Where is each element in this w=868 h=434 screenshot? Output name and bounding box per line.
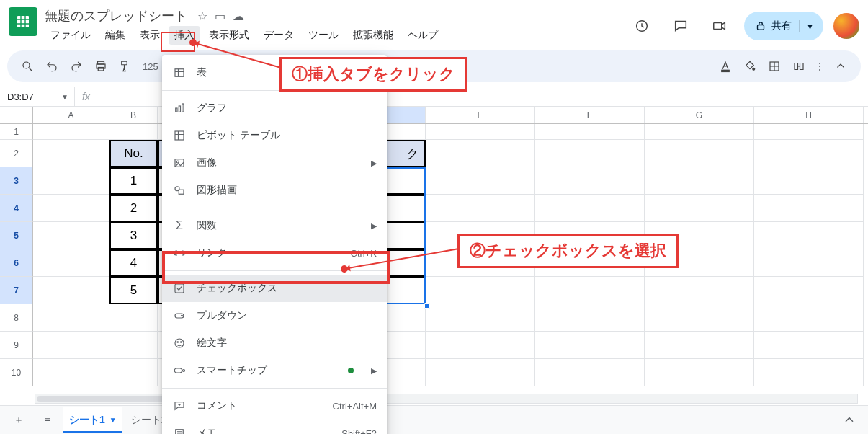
menu-extensions[interactable]: 拡張機能 (347, 26, 399, 45)
text-color-icon[interactable] (715, 56, 735, 76)
chart-icon (172, 102, 187, 115)
menu-item-pivot[interactable]: ピボット テーブル (162, 122, 387, 149)
pivot-icon (172, 129, 187, 142)
row-header-4[interactable]: 4 (0, 195, 33, 222)
meet-icon[interactable] (705, 12, 734, 40)
menu-item-comment[interactable]: コメント Ctrl+Alt+M (162, 392, 387, 420)
sheets-logo[interactable] (9, 7, 37, 36)
menu-item-checkbox[interactable]: チェックボックス (162, 275, 387, 302)
horizontal-scrollbar[interactable] (35, 394, 858, 404)
svg-rect-12 (176, 108, 177, 112)
chevron-down-icon[interactable]: ▼ (109, 416, 117, 424)
fx-icon[interactable]: fx (75, 91, 97, 102)
svg-rect-0 (17, 16, 29, 27)
sheet-tab-1[interactable]: シート1▼ (63, 407, 122, 433)
svg-rect-2 (714, 22, 722, 29)
toolbar-more-icon[interactable]: ⋮ (813, 56, 826, 76)
submenu-arrow-icon: ▶ (371, 366, 377, 376)
callout-1: ①挿入タブをクリック (279, 57, 467, 92)
col-header-A[interactable]: A (33, 107, 109, 123)
row-header-10[interactable]: 10 (0, 359, 33, 386)
menu-view[interactable]: 表示 (134, 26, 166, 45)
svg-rect-20 (175, 284, 184, 293)
share-label: 共有 (771, 19, 792, 32)
menu-data[interactable]: データ (258, 26, 300, 45)
menu-item-note[interactable]: メモ Shift+F2 (162, 420, 387, 434)
column-headers: A B C D E F G H (0, 107, 868, 124)
move-icon[interactable]: ▭ (215, 10, 225, 22)
menu-item-chart[interactable]: グラフ (162, 94, 387, 122)
collapse-toolbar-icon[interactable] (831, 56, 851, 76)
col-header-H[interactable]: H (754, 107, 864, 123)
col-header-B[interactable]: B (109, 107, 158, 123)
menu-item-link[interactable]: リンク Ctrl+K (162, 239, 387, 267)
col-header-E[interactable]: E (426, 107, 535, 123)
svg-rect-19 (179, 190, 184, 194)
menu-help[interactable]: ヘルプ (402, 26, 444, 45)
cloud-icon[interactable]: ☁ (233, 10, 244, 22)
menu-item-emoji[interactable]: 絵文字 (162, 329, 387, 357)
row-header-8[interactable]: 8 (0, 304, 33, 332)
cell-B2[interactable]: No. (109, 140, 158, 167)
chevron-down-icon[interactable]: ▼ (61, 93, 68, 101)
menu-item-image[interactable]: 画像 ▶ (162, 149, 387, 177)
document-title[interactable]: 無題のスプレッドシート (45, 7, 187, 25)
search-icon[interactable] (17, 56, 37, 76)
svg-rect-13 (179, 106, 180, 112)
explore-icon[interactable] (836, 407, 862, 433)
svg-point-9 (753, 68, 755, 70)
menu-item-function[interactable]: Σ 関数 ▶ (162, 212, 387, 239)
name-box[interactable]: D3:D7 ▼ (0, 87, 75, 106)
menu-edit[interactable]: 編集 (99, 26, 131, 45)
print-icon[interactable] (91, 56, 111, 76)
comments-icon[interactable] (666, 12, 695, 40)
merge-icon[interactable] (789, 56, 809, 76)
redo-icon[interactable] (66, 56, 86, 76)
submenu-arrow-icon: ▶ (371, 159, 377, 168)
row-header-7[interactable]: 7 (0, 277, 33, 304)
svg-point-24 (181, 342, 182, 343)
borders-icon[interactable] (764, 56, 784, 76)
svg-point-26 (183, 370, 185, 372)
all-sheets-icon[interactable]: ≡ (35, 407, 61, 433)
menu-file[interactable]: ファイル (45, 26, 97, 45)
svg-point-23 (177, 342, 179, 343)
col-header-F[interactable]: F (535, 107, 645, 123)
undo-icon[interactable] (42, 56, 62, 76)
chevron-down-icon[interactable]: ▾ (799, 20, 816, 32)
image-icon (172, 156, 187, 169)
note-icon (172, 427, 187, 434)
svg-rect-25 (174, 368, 182, 373)
svg-rect-7 (98, 68, 104, 71)
selection-handle[interactable] (424, 303, 430, 309)
svg-point-4 (23, 62, 30, 68)
submenu-arrow-icon: ▶ (371, 221, 377, 231)
add-sheet-icon[interactable]: ＋ (6, 407, 32, 433)
star-icon[interactable]: ☆ (197, 10, 207, 22)
row-header-9[interactable]: 9 (0, 332, 33, 359)
row-header-1[interactable]: 1 (0, 124, 33, 140)
menu-item-drawing[interactable]: 図形描画 (162, 177, 387, 204)
menu-item-smartchip[interactable]: スマートチップ ▶ (162, 357, 387, 384)
history-icon[interactable] (627, 12, 656, 40)
menu-format[interactable]: 表示形式 (203, 26, 255, 45)
paint-format-icon[interactable] (115, 56, 135, 76)
menu-item-dropdown[interactable]: プルダウン (162, 302, 387, 329)
row-header-2[interactable]: 2 (0, 140, 33, 167)
col-header-G[interactable]: G (645, 107, 754, 123)
fill-color-icon[interactable] (740, 56, 760, 76)
svg-rect-11 (175, 69, 184, 77)
row-header-5[interactable]: 5 (0, 222, 33, 249)
table-icon (172, 66, 187, 79)
row-header-3[interactable]: 3 (0, 167, 33, 195)
row-header-6[interactable]: 6 (0, 249, 33, 277)
dropdown-icon (172, 309, 187, 322)
menu-bar: ファイル 編集 表示 挿入 表示形式 データ ツール 拡張機能 ヘルプ (45, 26, 444, 45)
share-button[interactable]: 共有 ▾ (744, 12, 823, 40)
avatar[interactable] (833, 13, 859, 39)
zoom-value[interactable]: 125 (140, 61, 161, 72)
comment-plus-icon (172, 399, 187, 412)
spreadsheet-grid[interactable]: A B C D E F G H 1 2 No. ク 3 1 4 (0, 107, 868, 411)
menu-tools[interactable]: ツール (303, 26, 344, 45)
select-all-corner[interactable] (0, 107, 33, 123)
